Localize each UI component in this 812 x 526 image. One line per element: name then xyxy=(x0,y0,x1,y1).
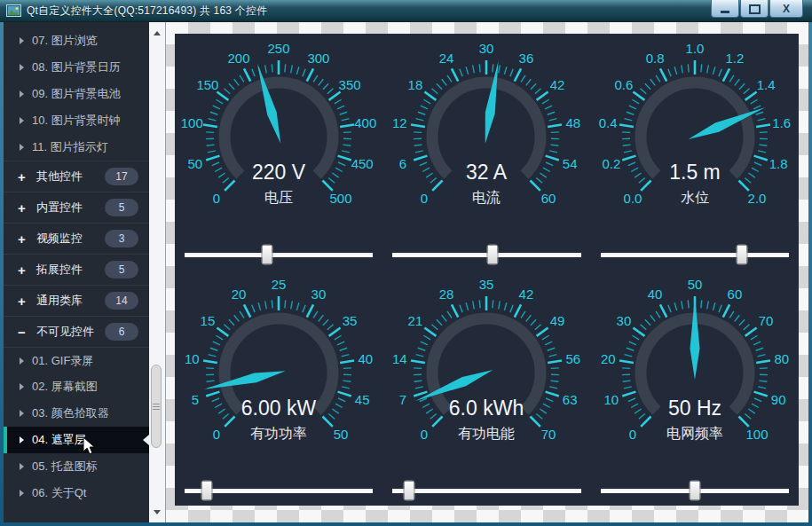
gauge-tick-label: 0 xyxy=(421,191,428,206)
sidebar-item-label: 10. 图片背景时钟 xyxy=(32,113,121,129)
app-picture-icon xyxy=(6,4,21,17)
maximize-icon xyxy=(749,4,761,14)
gauge-3: 0.00.20.40.60.81.01.21.41.61.82.01.5 m水位 xyxy=(591,34,799,239)
sidebar-item[interactable]: 10. 图片背景时钟 xyxy=(4,107,149,134)
sidebar-group[interactable]: +通用类库14 xyxy=(4,285,149,316)
slider-cell-1 xyxy=(175,239,382,270)
minimize-button[interactable] xyxy=(711,0,739,18)
maximize-button[interactable] xyxy=(740,0,769,18)
gauge-panel: 050100150200250300350400450500220 V电压061… xyxy=(175,34,799,506)
gauge-tick-label: 0.2 xyxy=(602,156,620,171)
slider-cell-2 xyxy=(382,239,590,270)
gauge-tick-label: 7 xyxy=(399,392,406,407)
scroll-down-arrow-icon[interactable] xyxy=(149,505,165,519)
gauge-tick-label: 12 xyxy=(392,115,407,130)
gauge-needle-icon xyxy=(253,62,286,145)
gauge-tick-label: 1.6 xyxy=(772,115,791,130)
gauge-tick-label: 70 xyxy=(759,313,774,328)
scroll-up-arrow-icon[interactable] xyxy=(149,26,165,40)
scrollbar-thumb[interactable] xyxy=(151,365,162,448)
titlebar[interactable]: Qt自定义控件大全(QQ:517216493) 共 163 个控件 X xyxy=(0,0,812,22)
sidebar-item[interactable]: 07. 图片浏览 xyxy=(4,27,149,54)
expand-arrow-icon xyxy=(20,357,24,365)
expand-arrow-icon xyxy=(20,436,24,444)
gauge-value: 6.00 kW xyxy=(241,396,317,420)
slider-handle[interactable] xyxy=(262,245,273,265)
gauge-value-slider[interactable] xyxy=(601,239,789,270)
gauge-value-slider[interactable] xyxy=(185,239,373,270)
window-body: 07. 图片浏览08. 图片背景日历09. 图片背景电池10. 图片背景时钟11… xyxy=(4,22,808,522)
expand-arrow-icon xyxy=(20,64,24,71)
slider-handle[interactable] xyxy=(487,245,499,265)
sidebar-item[interactable]: 04. 遮罩层 xyxy=(4,427,149,453)
sidebar-item[interactable]: 03. 颜色拾取器 xyxy=(4,400,149,427)
slider-handle[interactable] xyxy=(403,481,414,501)
slider-track[interactable] xyxy=(601,253,789,257)
item-count-badge: 14 xyxy=(105,292,138,310)
slider-handle[interactable] xyxy=(689,481,700,501)
gauge-tick-label: 1.2 xyxy=(725,51,744,66)
gauge-tick-label: 28 xyxy=(439,287,454,302)
gauge-needle-icon xyxy=(690,296,699,380)
sidebar-group-label: 拓展控件 xyxy=(36,262,83,278)
slider-track[interactable] xyxy=(392,489,580,493)
close-button[interactable]: X xyxy=(769,0,803,18)
minimize-icon xyxy=(721,11,729,13)
gauge-tick-label: 200 xyxy=(228,51,250,66)
gauge-tick-label: 20 xyxy=(601,351,616,366)
gauge-tick-label: 36 xyxy=(519,51,534,66)
sidebar-group[interactable]: +内置控件5 xyxy=(4,192,149,223)
sidebar-item[interactable]: 01. GIF录屏 xyxy=(4,347,149,373)
gauge-tick-label: 35 xyxy=(479,277,494,292)
gauge-tick-label: 21 xyxy=(408,313,423,328)
gauge-tick-label: 40 xyxy=(648,287,663,302)
item-count-badge: 5 xyxy=(105,199,138,216)
sidebar-item[interactable]: 11. 图片指示灯 xyxy=(4,134,149,161)
sidebar-item[interactable]: 02. 屏幕截图 xyxy=(4,373,149,400)
item-count-badge: 3 xyxy=(105,230,138,247)
sidebar-item-label: 11. 图片指示灯 xyxy=(32,139,108,155)
gauge-name-label: 水位 xyxy=(681,190,709,205)
gauge-name-label: 有功电能 xyxy=(458,426,515,441)
gauge-row-top: 050100150200250300350400450500220 V电压061… xyxy=(175,34,799,239)
slider-handle[interactable] xyxy=(201,481,213,501)
slider-track[interactable] xyxy=(185,253,373,257)
sidebar-group[interactable]: +拓展控件5 xyxy=(4,254,149,285)
sidebar-item[interactable]: 08. 图片背景日历 xyxy=(4,54,149,81)
gauge-tick-label: 5 xyxy=(192,392,199,407)
expand-icon: + xyxy=(16,232,28,247)
gauge-tick-label: 10 xyxy=(185,351,200,366)
sidebar-item[interactable]: 06. 关于Qt xyxy=(4,480,149,506)
expand-icon: + xyxy=(16,169,28,184)
gauge-5: 071421283542495663706.0 kWh有功电能 xyxy=(382,270,590,475)
sidebar-item-label: 02. 屏幕截图 xyxy=(32,379,98,395)
slider-handle[interactable] xyxy=(736,245,747,265)
sidebar-item[interactable]: 05. 托盘图标 xyxy=(4,453,149,480)
selected-marker-icon xyxy=(143,435,149,445)
window-controls: X xyxy=(711,0,803,18)
gauge-needle-icon xyxy=(203,366,287,394)
expand-arrow-icon xyxy=(20,410,24,417)
gauge-value-slider[interactable] xyxy=(392,239,580,270)
gauge-tick-label: 0.0 xyxy=(623,191,642,206)
gauge-tick-label: 1.8 xyxy=(769,156,788,171)
gauge-tick-label: 100 xyxy=(181,115,203,130)
main-area: 050100150200250300350400450500220 V电压061… xyxy=(166,22,808,522)
sidebar-item[interactable]: 09. 图片背景电池 xyxy=(4,81,149,107)
app-window: Qt自定义控件大全(QQ:517216493) 共 163 个控件 X 07. … xyxy=(0,0,812,526)
gauge-value-slider[interactable] xyxy=(185,475,373,506)
sidebar-group[interactable]: +视频监控3 xyxy=(4,223,149,254)
gauge-value-slider[interactable] xyxy=(392,475,580,506)
gauge-tick-label: 63 xyxy=(563,392,578,407)
sidebar-scrollbar[interactable] xyxy=(149,22,166,522)
gauge-name-label: 有功功率 xyxy=(250,426,307,441)
gauge-value-slider[interactable] xyxy=(601,475,789,506)
gauge-tick-label: 60 xyxy=(541,191,556,206)
gauge-tick-label: 0 xyxy=(629,427,636,442)
sidebar-group[interactable]: −不可见控件6 xyxy=(4,316,149,347)
gauge-dial: 0.00.20.40.60.81.01.21.41.61.82.01.5 m水位 xyxy=(591,39,799,234)
gauge-4: 051015202530354045506.00 kW有功功率 xyxy=(175,270,382,475)
item-count-badge: 6 xyxy=(105,323,138,341)
gauge-tick-label: 40 xyxy=(359,351,374,366)
sidebar-group[interactable]: +其他控件17 xyxy=(4,161,149,192)
